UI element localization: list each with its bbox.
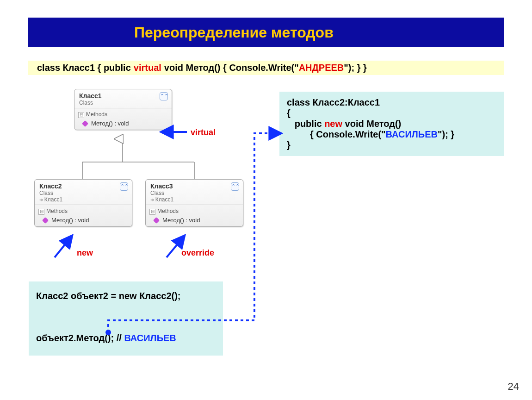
label-new: new — [77, 248, 93, 258]
uml-section-header: Methods — [149, 208, 239, 215]
code-text: "); } } — [344, 62, 366, 73]
uml-parent: Класс1 — [150, 196, 238, 203]
code-line: class Класс2:Класс1 — [287, 97, 497, 108]
code-line: Класс2 объект2 = new Класс2(); — [36, 291, 216, 301]
uml-class-name: Класс3 — [150, 182, 238, 190]
svg-line-6 — [55, 236, 72, 257]
uml-parent: Класс1 — [39, 196, 127, 203]
code-line: объект2.Метод(); // ВАСИЛЬЕВ — [36, 333, 216, 344]
uml-class3: Класс3 Class Класс1 ⌃⌃ Methods Метод() :… — [145, 179, 243, 227]
output-value: ВАСИЛЬЕВ — [124, 333, 176, 343]
label-virtual: virtual — [191, 128, 216, 138]
label-override: override — [181, 248, 214, 258]
uml-class2: Класс2 Class Класс1 ⌃⌃ Methods Метод() :… — [34, 179, 132, 227]
uml-class-sub: Class — [39, 190, 127, 196]
collapse-icon[interactable]: ⌃⌃ — [231, 182, 239, 191]
string-literal: ВАСИЛЬЕВ — [386, 129, 438, 139]
uml-method: Метод() : void — [38, 217, 128, 224]
keyword-new: new — [324, 119, 342, 129]
collapse-icon[interactable]: ⌃⌃ — [120, 182, 128, 191]
keyword-virtual: virtual — [134, 62, 161, 73]
code-strip-class1: class Класс1 { public virtual void Метод… — [28, 59, 504, 75]
slide-title: Переопределение методов — [28, 18, 504, 47]
uml-class1: Класс1 Class ⌃⌃ Methods Метод() : void — [74, 89, 172, 130]
code-line: public new void Метод() — [287, 119, 497, 129]
uml-method: Метод() : void — [78, 120, 168, 127]
code-box-class2: class Класс2:Класс1 { public new void Ме… — [279, 92, 504, 156]
string-literal: АНДРЕЕВ — [299, 62, 344, 73]
uml-class-sub: Class — [150, 190, 238, 196]
uml-method: Метод() : void — [149, 217, 239, 224]
code-line: { — [287, 108, 497, 119]
collapse-icon[interactable]: ⌃⌃ — [160, 92, 168, 100]
page-number: 24 — [508, 381, 519, 393]
uml-section-header: Methods — [38, 208, 128, 215]
code-text: class Класс1 { public — [37, 62, 131, 73]
uml-class-name: Класс2 — [39, 182, 127, 190]
uml-section-header: Methods — [78, 111, 168, 118]
code-box-usage: Класс2 объект2 = new Класс2(); объект2.М… — [29, 281, 223, 356]
uml-class-name: Класс1 — [79, 92, 167, 100]
code-line: } — [287, 140, 497, 150]
code-line: { Console.Write("ВАСИЛЬЕВ"); } — [287, 129, 497, 140]
code-text: void Метод() { Console.Write(" — [164, 62, 299, 73]
uml-class-sub: Class — [79, 100, 167, 106]
